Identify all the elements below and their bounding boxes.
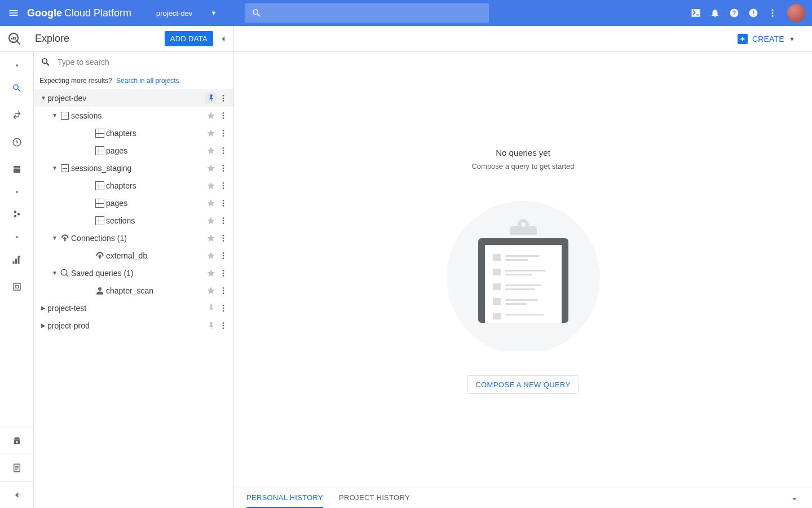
more-vert-icon[interactable] xyxy=(218,163,229,174)
help-icon[interactable]: ? xyxy=(727,6,741,20)
rail-monitoring-icon[interactable] xyxy=(11,254,23,265)
more-vert-icon[interactable] xyxy=(218,320,229,331)
rail-transfers-icon[interactable] xyxy=(11,110,23,121)
add-data-button[interactable]: ADD DATA xyxy=(165,31,213,46)
svg-point-34 xyxy=(223,152,224,154)
svg-rect-19 xyxy=(14,283,20,290)
expand-panel-icon[interactable] xyxy=(789,492,800,504)
search-all-projects-link[interactable]: Search in all projects. xyxy=(116,77,181,85)
resource-tree: ▼project-dev▼sessionschapterspages▼sessi… xyxy=(34,89,233,508)
savedqueries-icon xyxy=(59,268,71,278)
cloud-shell-icon[interactable] xyxy=(689,6,703,20)
more-vert-icon[interactable] xyxy=(218,180,229,191)
svg-text:?: ? xyxy=(732,10,736,16)
svg-rect-82 xyxy=(505,299,538,301)
tree-project-p3[interactable]: ▶project-prod xyxy=(34,317,233,334)
more-vert-icon[interactable] xyxy=(218,110,229,121)
star-icon[interactable] xyxy=(205,128,217,139)
star-icon[interactable] xyxy=(205,163,217,174)
star-icon[interactable] xyxy=(205,268,217,279)
star-icon[interactable] xyxy=(205,110,217,121)
left-nav-rail xyxy=(0,52,34,508)
query-icon xyxy=(94,286,106,296)
rail-section-dot xyxy=(16,236,18,238)
tree-connections-conn[interactable]: ▼Connections (1) xyxy=(34,229,233,247)
tree-project-p1[interactable]: ▼project-dev xyxy=(34,89,233,107)
star-icon[interactable] xyxy=(205,215,217,226)
expand-arrow-icon: ▶ xyxy=(39,305,47,311)
svg-point-54 xyxy=(223,270,224,271)
table-icon xyxy=(94,199,106,208)
compose-query-button[interactable]: COMPOSE A NEW QUERY xyxy=(467,375,579,394)
more-vert-icon[interactable] xyxy=(766,6,779,20)
top-search[interactable] xyxy=(245,3,489,23)
tree-table-t3[interactable]: chapters xyxy=(34,177,233,194)
star-icon[interactable] xyxy=(205,233,217,244)
more-vert-icon[interactable] xyxy=(218,233,229,244)
rail-explorer-icon[interactable] xyxy=(11,82,23,94)
svg-rect-73 xyxy=(505,255,539,257)
more-vert-icon[interactable] xyxy=(218,250,229,261)
svg-rect-84 xyxy=(493,313,501,319)
pin-icon[interactable] xyxy=(205,93,217,104)
svg-rect-79 xyxy=(505,284,541,286)
svg-rect-17 xyxy=(15,259,17,264)
tree-table-t2[interactable]: pages xyxy=(34,142,233,159)
tree-table-t5[interactable]: sections xyxy=(34,212,233,229)
more-vert-icon[interactable] xyxy=(218,145,229,156)
rail-marketplace-icon[interactable] xyxy=(11,435,23,446)
more-vert-icon[interactable] xyxy=(218,285,229,296)
tree-item-label: external_db xyxy=(106,251,205,260)
pin-icon[interactable] xyxy=(205,320,217,331)
svg-point-53 xyxy=(61,269,67,275)
expand-arrow-icon: ▼ xyxy=(51,270,59,276)
tab-personal-history[interactable]: PERSONAL HISTORY xyxy=(246,488,323,508)
more-vert-icon[interactable] xyxy=(218,198,229,209)
star-icon[interactable] xyxy=(205,250,217,261)
tree-dataset-ds2[interactable]: ▼sessions_staging xyxy=(34,159,233,177)
gcp-logo[interactable]: Google Cloud Platform xyxy=(27,7,131,19)
more-vert-icon[interactable] xyxy=(218,268,229,279)
notifications-icon[interactable] xyxy=(708,6,722,20)
star-icon[interactable] xyxy=(205,145,217,156)
svg-rect-3 xyxy=(753,11,754,14)
svg-point-26 xyxy=(223,112,224,114)
pin-icon[interactable] xyxy=(205,303,217,314)
rail-reservations-icon[interactable] xyxy=(11,164,23,175)
tree-table-t1[interactable]: chapters xyxy=(34,124,233,142)
rail-admin-icon[interactable] xyxy=(11,281,23,292)
expand-arrow-icon: ▼ xyxy=(51,112,59,119)
explorer-search[interactable] xyxy=(34,52,233,72)
tab-project-history[interactable]: PROJECT HISTORY xyxy=(339,488,410,508)
more-vert-icon[interactable] xyxy=(218,303,229,314)
tree-project-p2[interactable]: ▶project-test xyxy=(34,299,233,317)
star-icon[interactable] xyxy=(205,285,217,296)
rail-scheduled-icon[interactable] xyxy=(11,137,23,148)
hamburger-menu-icon[interactable] xyxy=(7,6,20,20)
rail-biengine-icon[interactable] xyxy=(11,209,23,220)
tree-savedqueries-sq[interactable]: ▼Saved queries (1) xyxy=(34,264,233,282)
rail-collapse-icon[interactable] xyxy=(11,489,23,501)
rail-release-notes-icon[interactable] xyxy=(11,462,23,474)
more-vert-icon[interactable] xyxy=(218,93,229,104)
tree-item-label: pages xyxy=(106,146,205,155)
collapse-panel-button[interactable] xyxy=(218,33,229,45)
alert-icon[interactable] xyxy=(747,6,760,20)
svg-point-42 xyxy=(223,202,224,204)
more-vert-icon[interactable] xyxy=(218,215,229,226)
explorer-search-input[interactable] xyxy=(58,58,227,67)
tree-query-q1[interactable]: chapter_scan xyxy=(34,282,233,299)
tree-item-label: chapters xyxy=(106,181,205,190)
star-icon[interactable] xyxy=(205,198,217,209)
account-avatar[interactable] xyxy=(787,4,805,22)
project-picker[interactable]: project-dev ▼ xyxy=(156,9,217,17)
tree-dataset-ds1[interactable]: ▼sessions xyxy=(34,107,233,124)
create-button[interactable]: + CREATE ▼ xyxy=(738,34,795,44)
svg-point-31 xyxy=(223,135,224,137)
svg-rect-85 xyxy=(505,314,544,316)
tree-connection-c1[interactable]: external_db xyxy=(34,247,233,264)
more-vert-icon[interactable] xyxy=(218,128,229,139)
search-icon xyxy=(41,57,51,67)
tree-table-t4[interactable]: pages xyxy=(34,194,233,212)
star-icon[interactable] xyxy=(205,180,217,191)
